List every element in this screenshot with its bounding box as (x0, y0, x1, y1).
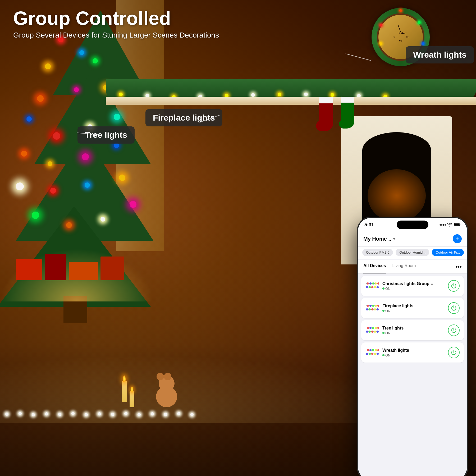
stocking-2 (341, 97, 354, 129)
svg-point-26 (377, 308, 379, 310)
device-name-fireplace: Fireplace lights (382, 304, 445, 308)
tab-more-button[interactable]: ••• (456, 260, 462, 273)
svg-point-42 (372, 349, 374, 351)
tab-living-room[interactable]: Living Room (392, 260, 416, 273)
candle-1 (122, 381, 127, 402)
device-status-tree: ON (382, 331, 445, 335)
device-name-christmas: Christmas lights Group ≡ (382, 281, 445, 286)
status-dot-christmas (382, 287, 385, 290)
teddy-bear (156, 386, 177, 407)
device-icon-fireplace (365, 303, 379, 313)
status-dot-tree (382, 332, 385, 334)
phone-frame: 5:31 ●●●● My Home .. (357, 217, 468, 476)
svg-point-6 (372, 282, 374, 285)
tab-all-devices[interactable]: All Devices (363, 260, 386, 273)
group-icon: ≡ (431, 282, 433, 286)
svg-point-10 (366, 286, 368, 288)
svg-point-48 (371, 353, 373, 355)
status-time: 5:31 (364, 222, 374, 228)
svg-point-31 (375, 327, 377, 329)
svg-point-8 (377, 282, 379, 285)
svg-point-32 (377, 327, 379, 329)
phone-mockup: 5:31 ●●●● My Home .. (357, 217, 468, 476)
candle-2 (130, 391, 134, 407)
filter-tab-air[interactable]: Outdoor Air Pr... (432, 249, 464, 256)
svg-point-7 (375, 282, 377, 285)
svg-point-43 (375, 349, 377, 351)
svg-point-18 (372, 305, 374, 307)
svg-point-47 (369, 353, 371, 355)
signal-icon: ●●●● (439, 223, 446, 227)
fireplace-lights-label-text: Fireplace lights (153, 113, 215, 122)
device-info-christmas: Christmas lights Group ≡ ON (382, 281, 445, 291)
svg-point-49 (374, 353, 376, 355)
device-card-tree[interactable]: Tree lights ON (361, 320, 464, 340)
device-icon-wreath (365, 347, 379, 358)
battery-icon (454, 223, 461, 227)
svg-point-16 (367, 305, 369, 307)
nav-tabs: All Devices Living Room ••• (358, 260, 467, 274)
svg-point-41 (369, 349, 372, 351)
svg-point-13 (374, 286, 376, 288)
svg-point-5 (369, 282, 372, 285)
tree-lights-label-box: Tree lights (77, 126, 135, 144)
svg-point-44 (377, 349, 379, 351)
svg-point-12 (371, 286, 373, 288)
svg-point-46 (366, 353, 368, 355)
svg-point-17 (369, 305, 372, 307)
header: Group Controlled Group Several Devices f… (13, 8, 219, 39)
power-button-fireplace[interactable] (448, 302, 460, 314)
svg-point-4 (367, 282, 369, 285)
svg-point-36 (371, 331, 373, 333)
device-name-tree: Tree lights (382, 326, 445, 331)
device-info-tree: Tree lights ON (382, 326, 445, 335)
svg-rect-2 (454, 224, 459, 226)
status-bar: 5:31 ●●●● (358, 218, 467, 232)
device-name-wreath: Wreath lights (382, 348, 445, 353)
power-button-wreath[interactable] (448, 347, 460, 358)
home-title-area[interactable]: My Home .. ▼ (363, 236, 396, 242)
device-status-fireplace: ON (382, 309, 445, 313)
svg-point-24 (371, 308, 373, 310)
svg-point-25 (374, 308, 376, 310)
svg-rect-1 (460, 224, 460, 225)
app-header: My Home .. ▼ + (358, 232, 467, 247)
svg-point-11 (369, 286, 371, 288)
filter-tabs: Outdoor PM2.5 Outdoor Humid... Outdoor A… (358, 247, 467, 259)
svg-point-19 (375, 305, 377, 307)
svg-point-14 (377, 286, 379, 288)
filter-tab-humid[interactable]: Outdoor Humid... (396, 249, 429, 256)
svg-point-28 (367, 327, 369, 329)
svg-point-38 (377, 331, 379, 333)
svg-point-35 (369, 331, 371, 333)
filter-tab-pm25[interactable]: Outdoor PM2.5 (362, 249, 393, 256)
device-card-wreath[interactable]: Wreath lights ON (361, 342, 464, 363)
svg-point-50 (377, 353, 379, 355)
svg-point-40 (367, 349, 369, 351)
device-icon-christmas (365, 281, 379, 291)
power-button-christmas[interactable] (448, 280, 460, 292)
device-card-fireplace[interactable]: Fireplace lights ON (361, 298, 464, 318)
tree-lights-label-text: Tree lights (85, 130, 127, 140)
status-dot-wreath (382, 354, 385, 356)
svg-point-23 (369, 308, 371, 310)
device-card-christmas-group[interactable]: Christmas lights Group ≡ ON (361, 276, 464, 296)
device-info-wreath: Wreath lights ON (382, 348, 445, 357)
status-dot-fireplace (382, 310, 385, 312)
chevron-down-icon: ▼ (392, 237, 396, 241)
device-status-christmas: ON (382, 287, 445, 291)
svg-point-34 (366, 331, 368, 333)
svg-point-29 (369, 327, 372, 329)
power-button-tree[interactable] (448, 324, 460, 336)
phone-screen: 5:31 ●●●● My Home .. (358, 218, 467, 476)
wifi-icon (447, 223, 452, 227)
svg-point-30 (372, 327, 374, 329)
floor-string-lights (0, 407, 198, 418)
dynamic-island (397, 221, 428, 229)
device-icon-tree (365, 325, 379, 336)
device-list: Christmas lights Group ≡ ON (358, 274, 467, 365)
home-title-text: My Home .. (363, 236, 391, 242)
device-status-wreath: ON (382, 353, 445, 357)
add-device-button[interactable]: + (453, 234, 462, 243)
mantel-top (106, 97, 476, 105)
